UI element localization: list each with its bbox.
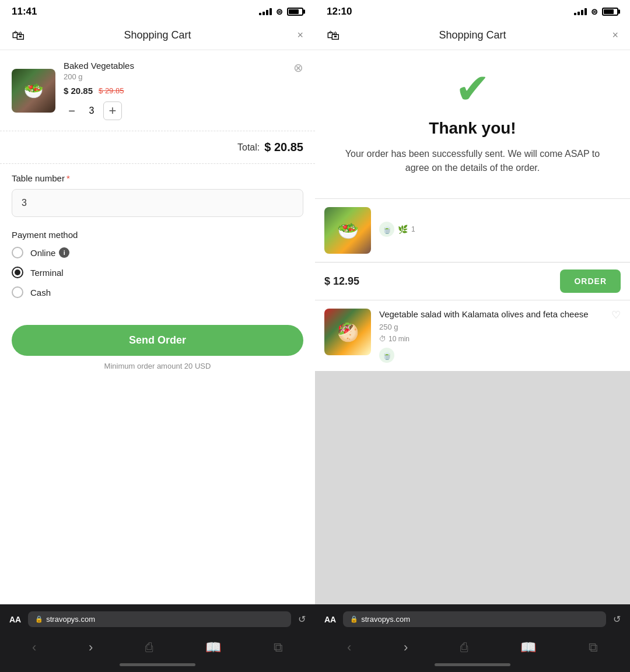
status-time-right: 12:10: [327, 6, 352, 18]
payment-method-label: Payment method: [12, 230, 303, 240]
item-details: Baked Vegetables 200 g $ 20.85 $ 29.85 −…: [64, 61, 285, 120]
bookmarks-button-right[interactable]: 📖: [514, 638, 542, 657]
aa-text-left[interactable]: AA: [9, 615, 21, 624]
cart-title-right: Shopping Cart: [439, 29, 506, 41]
leaf-icon-1: 🌿: [398, 225, 408, 234]
table-number-input[interactable]: [12, 189, 303, 217]
radio-online[interactable]: [12, 247, 23, 258]
bowl-icon-2: 🍵: [379, 348, 394, 363]
back-button-right[interactable]: ‹: [341, 638, 357, 657]
reload-icon-right[interactable]: ↺: [613, 614, 621, 625]
radio-dot-terminal: [15, 270, 20, 275]
status-icons-right: ⊜: [574, 7, 618, 16]
home-bar-left: [120, 663, 195, 666]
forward-button-left[interactable]: ›: [83, 638, 99, 657]
heart-icon-2[interactable]: ♡: [611, 309, 621, 321]
food-image-art: 🥗: [12, 69, 55, 113]
status-icons-left: ⊜: [259, 7, 303, 16]
order-button-1[interactable]: ORDER: [560, 270, 621, 293]
item-weight: 200 g: [64, 72, 285, 81]
bg-item-1-icons: 🍵 🌿 1: [379, 222, 415, 237]
bg-item-1-image: 🥗: [324, 207, 371, 254]
table-number-section: Table number*: [0, 164, 315, 223]
quantity-value: 3: [86, 106, 97, 116]
total-amount: $ 20.85: [264, 141, 303, 154]
browser-bar-right: AA 🔒 stravopys.com ↺: [315, 604, 630, 632]
url-bar-left[interactable]: 🔒 stravopys.com: [28, 611, 291, 627]
item-remove-button[interactable]: ⊗: [293, 61, 303, 75]
bg-item-2-time: ⏱ 10 min: [379, 335, 603, 343]
shopping-bag-icon-right: 🛍: [327, 28, 340, 43]
thankyou-message: Your order has been successfully sent. W…: [332, 147, 612, 175]
bg-item-2-weight: 250 g: [379, 323, 603, 331]
bookmarks-button-left[interactable]: 📖: [200, 638, 227, 657]
payment-terminal-label: Terminal: [30, 268, 64, 278]
quantity-increase-button[interactable]: +: [103, 102, 122, 120]
item-price-old: $ 29.85: [99, 86, 124, 95]
bowl-icon-1: 🍵: [379, 222, 394, 237]
item-price-current: $ 20.85: [64, 86, 93, 96]
min-order-text: Minimum order amount 20 USD: [12, 362, 303, 370]
cart-header-left: 🛍 Shopping Cart ×: [0, 21, 315, 50]
info-icon: i: [59, 247, 69, 258]
checkmark-icon: ✔: [332, 68, 612, 110]
payment-method-section: Payment method Online i Terminal Cash: [0, 223, 315, 313]
clock-icon: ⏱: [379, 335, 386, 343]
tabs-button-left[interactable]: ⧉: [268, 638, 289, 657]
right-phone-panel: 12:10 ⊜ 🛍 Shopping Cart × ✔ Thank you! Y…: [315, 0, 630, 672]
bg-menu-item-1: 🥗 🍵 🌿 1: [315, 199, 630, 262]
quantity-decrease-button[interactable]: −: [64, 103, 80, 119]
url-text-right: stravopys.com: [361, 615, 410, 624]
send-order-section: Send Order Minimum order amount 20 USD: [0, 313, 315, 375]
battery-icon: [287, 8, 303, 16]
reload-icon-left[interactable]: ↺: [298, 614, 306, 625]
payment-option-online[interactable]: Online i: [12, 247, 303, 258]
bg-price-1: $ 12.95: [324, 275, 359, 288]
payment-option-terminal[interactable]: Terminal: [12, 267, 303, 278]
url-text-left: stravopys.com: [46, 615, 95, 624]
back-button-left[interactable]: ‹: [26, 638, 42, 657]
payment-online-label: Online i: [30, 247, 69, 258]
cart-item: 🥗 Baked Vegetables 200 g $ 20.85 $ 29.85…: [0, 50, 315, 131]
wifi-icon-right: ⊜: [591, 7, 598, 16]
thankyou-modal: ✔ Thank you! Your order has been success…: [315, 50, 630, 199]
status-bar-left: 11:41 ⊜: [0, 0, 315, 21]
payment-cash-label: Cash: [30, 288, 51, 298]
cart-title-left: Shopping Cart: [124, 29, 191, 41]
status-bar-right: 12:10 ⊜: [315, 0, 630, 21]
browser-bar-left: AA 🔒 stravopys.com ↺: [0, 604, 315, 632]
home-indicator-left: [0, 660, 315, 672]
nav-bar-left: ‹ › ⎙ 📖 ⧉: [0, 632, 315, 660]
forward-button-right[interactable]: ›: [398, 638, 414, 657]
lock-icon-right: 🔒: [350, 615, 358, 623]
url-bar-right[interactable]: 🔒 stravopys.com: [343, 611, 606, 627]
table-number-label: Table number*: [12, 173, 303, 183]
radio-cash[interactable]: [12, 286, 23, 298]
wifi-icon: ⊜: [276, 7, 283, 16]
total-label: Total:: [237, 142, 260, 153]
item-image: 🥗: [12, 69, 55, 113]
bg-price-row-1: $ 12.95 ORDER: [315, 262, 630, 300]
payment-option-cash[interactable]: Cash: [12, 286, 303, 298]
radio-terminal[interactable]: [12, 267, 23, 278]
signal-icon-right: [574, 8, 587, 15]
send-order-button[interactable]: Send Order: [12, 325, 303, 356]
thankyou-title: Thank you!: [332, 119, 612, 138]
close-button-right[interactable]: ×: [612, 29, 618, 41]
lock-icon-left: 🔒: [35, 615, 43, 623]
share-button-left[interactable]: ⎙: [139, 638, 159, 657]
quantity-control: − 3 +: [64, 102, 285, 120]
bg-item-1-art: 🥗: [324, 207, 371, 254]
bg-item-2-name: Vegetable salad with Kalamata olives and…: [379, 309, 603, 320]
cart-header-right: 🛍 Shopping Cart ×: [315, 21, 630, 50]
bg-menu-item-2: 🥙 Vegetable salad with Kalamata olives a…: [315, 300, 630, 371]
battery-icon-right: [602, 8, 618, 16]
left-phone-panel: 11:41 ⊜ 🛍 Shopping Cart × 🥗 Baked Vegeta…: [0, 0, 315, 672]
tabs-button-right[interactable]: ⧉: [583, 638, 604, 657]
aa-text-right[interactable]: AA: [324, 615, 336, 624]
close-button-left[interactable]: ×: [297, 29, 303, 41]
bg-item-2-image: 🥙: [324, 309, 371, 355]
share-button-right[interactable]: ⎙: [454, 638, 474, 657]
cart-content-left: 🥗 Baked Vegetables 200 g $ 20.85 $ 29.85…: [0, 50, 315, 604]
bg-item-1-info: 🍵 🌿 1: [379, 222, 415, 239]
